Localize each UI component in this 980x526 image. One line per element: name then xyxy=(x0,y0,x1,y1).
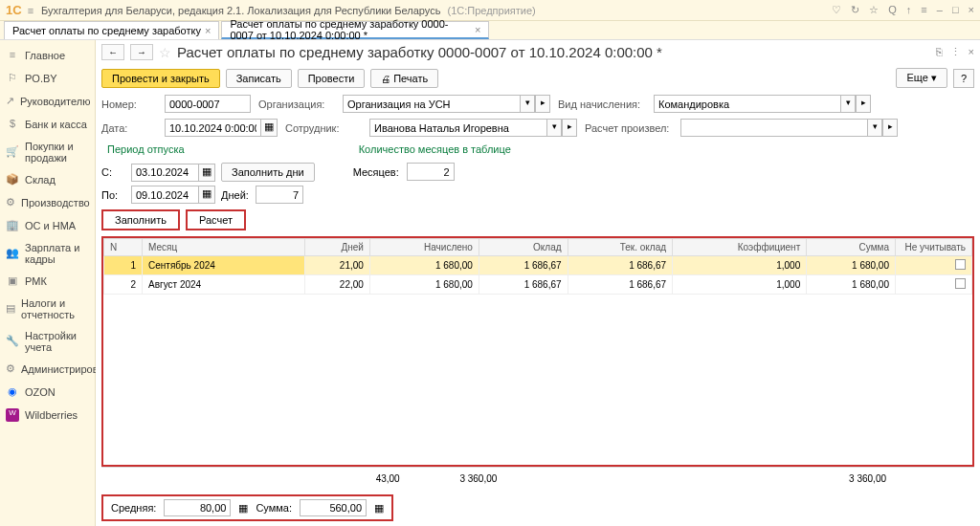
forward-button[interactable]: → xyxy=(130,44,153,60)
date-field[interactable] xyxy=(165,119,260,137)
fill-button[interactable]: Заполнить xyxy=(101,209,180,230)
col-month[interactable]: Месяц xyxy=(143,239,305,256)
sidebar-item-poby[interactable]: ⚐PO.BY xyxy=(0,67,95,90)
tab-list[interactable]: Расчет оплаты по среднему заработку× xyxy=(4,21,219,39)
bell-icon[interactable]: ♡ xyxy=(832,4,841,16)
sidebar-item-sklad[interactable]: 📦Склад xyxy=(0,168,95,191)
sotr-label: Сотрудник: xyxy=(285,122,362,134)
close-icon[interactable]: × xyxy=(205,25,211,36)
user-icon[interactable]: ↑ xyxy=(906,4,912,16)
number-field[interactable] xyxy=(165,95,251,113)
col-neuch[interactable]: Не учитывать xyxy=(896,239,972,256)
document-title: Расчет оплаты по среднему заработку 0000… xyxy=(177,44,662,60)
fill-days-button[interactable]: Заполнить дни xyxy=(221,163,315,182)
avg-value[interactable]: 80,00 xyxy=(164,499,231,516)
sidebar: ≡Главное ⚐PO.BY ↗Руководителю $Банк и ка… xyxy=(0,40,96,526)
sidebar-item-proizv[interactable]: ⚙Производство xyxy=(0,191,95,214)
close-icon[interactable]: × xyxy=(969,4,974,16)
col-koef[interactable]: Коэффициент xyxy=(673,239,807,256)
months-field[interactable] xyxy=(407,163,455,181)
close-doc-icon[interactable]: × xyxy=(969,46,974,58)
open-icon[interactable]: ▸ xyxy=(882,119,898,137)
col-n[interactable]: N xyxy=(104,239,143,256)
calendar-icon[interactable]: ▦ xyxy=(198,164,215,182)
link-icon[interactable]: ⎘ xyxy=(936,46,943,58)
menu-icon[interactable]: ≡ xyxy=(28,5,33,16)
col-sum[interactable]: Сумма xyxy=(807,239,896,256)
org-field[interactable] xyxy=(343,95,520,113)
sidebar-item-pokup[interactable]: 🛒Покупки и продажи xyxy=(0,136,95,168)
calendar-icon[interactable]: ▦ xyxy=(198,186,215,204)
money-icon: $ xyxy=(6,118,19,131)
period-title: Период отпуска xyxy=(101,140,315,159)
date-label: Дата: xyxy=(101,122,157,134)
from-field[interactable] xyxy=(131,164,198,182)
save-button[interactable]: Записать xyxy=(226,69,292,88)
col-tek[interactable]: Тек. оклад xyxy=(568,239,672,256)
calendar-icon[interactable]: ▦ xyxy=(260,119,278,137)
sidebar-item-ruk[interactable]: ↗Руководителю xyxy=(0,90,95,113)
flag-icon: ⚐ xyxy=(6,72,19,85)
vid-field[interactable] xyxy=(654,95,840,113)
close-icon[interactable]: × xyxy=(475,24,480,35)
sidebar-item-admin[interactable]: ⚙Администрирование xyxy=(0,358,95,381)
history-icon[interactable]: ↻ xyxy=(851,4,859,16)
sidebar-item-os[interactable]: 🏢ОС и НМА xyxy=(0,214,95,237)
tab-document[interactable]: Расчет оплаты по среднему заработку 0000… xyxy=(221,21,489,39)
post-button[interactable]: Провести xyxy=(298,69,366,88)
settings-icon[interactable]: ≡ xyxy=(921,4,926,16)
minimize-icon[interactable]: – xyxy=(937,4,943,16)
months-label: Месяцев: xyxy=(353,166,401,178)
calc-table: N Месяц Дней Начислено Оклад Тек. оклад … xyxy=(101,236,974,467)
checkbox[interactable] xyxy=(955,278,966,289)
open-icon[interactable]: ▸ xyxy=(856,95,871,113)
col-days[interactable]: Дней xyxy=(305,239,370,256)
performer-field[interactable] xyxy=(680,119,867,137)
to-field[interactable] xyxy=(131,186,198,204)
employee-field[interactable] xyxy=(369,119,546,137)
app-title: Бухгалтерия для Беларуси, редакция 2.1. … xyxy=(41,5,832,16)
more-button[interactable]: Еще ▾ xyxy=(896,68,947,88)
calc-icon[interactable]: ▦ xyxy=(238,502,248,515)
col-nach[interactable]: Начислено xyxy=(369,239,479,256)
dropdown-icon[interactable]: ▾ xyxy=(520,95,535,113)
wb-icon: W xyxy=(6,408,19,422)
sidebar-item-main[interactable]: ≡Главное xyxy=(0,44,95,67)
sidebar-item-nastr[interactable]: 🔧Настройки учета xyxy=(0,325,95,358)
days-field[interactable] xyxy=(256,186,303,204)
gear-icon: ⚙ xyxy=(6,196,15,209)
to-label: По: xyxy=(101,189,125,201)
sidebar-item-bank[interactable]: $Банк и касса xyxy=(0,113,95,136)
open-icon[interactable]: ▸ xyxy=(535,95,550,113)
checkbox[interactable] xyxy=(955,259,966,270)
dropdown-icon[interactable]: ▾ xyxy=(546,119,562,137)
back-button[interactable]: ← xyxy=(101,44,124,60)
sidebar-item-wb[interactable]: WWildberries xyxy=(0,404,95,427)
favorite-icon[interactable]: ☆ xyxy=(159,45,171,60)
open-icon[interactable]: ▸ xyxy=(562,119,577,137)
sidebar-item-rmk[interactable]: ▣РМК xyxy=(0,270,95,293)
cart-icon: 🛒 xyxy=(6,145,19,159)
months-title: Количество месяцев в таблице xyxy=(353,140,517,159)
sidebar-item-zarplata[interactable]: 👥Зарплата и кадры xyxy=(0,237,95,270)
rasch-label: Расчет произвел: xyxy=(585,122,673,134)
help-button[interactable]: ? xyxy=(953,69,974,88)
maximize-icon[interactable]: □ xyxy=(952,4,959,16)
calc-button[interactable]: Расчет xyxy=(186,209,246,230)
calc-icon[interactable]: ▦ xyxy=(374,502,384,515)
table-row[interactable]: 2 Август 2024 22,00 1 680,00 1 686,67 1 … xyxy=(104,275,972,295)
dropdown-icon[interactable]: ▾ xyxy=(867,119,882,137)
titlebar-icons: ♡ ↻ ☆ Q ↑ ≡ – □ × xyxy=(832,4,974,16)
dropdown-icon[interactable]: ▾ xyxy=(840,95,856,113)
more-icon[interactable]: ⋮ xyxy=(950,46,961,58)
post-and-close-button[interactable]: Провести и закрыть xyxy=(101,69,220,88)
table-row[interactable]: 1 Сентябрь 2024 21,00 1 680,00 1 686,67 … xyxy=(104,256,972,275)
col-oklad[interactable]: Оклад xyxy=(479,239,568,256)
content: ← → ☆ Расчет оплаты по среднему заработк… xyxy=(96,40,980,526)
sidebar-item-ozon[interactable]: ◉OZON xyxy=(0,381,95,404)
print-button[interactable]: Печать xyxy=(370,69,438,88)
sum-value[interactable]: 560,00 xyxy=(300,499,367,516)
sidebar-item-nalogi[interactable]: ▤Налоги и отчетность xyxy=(0,293,95,325)
search-icon[interactable]: Q xyxy=(888,4,897,16)
star-icon[interactable]: ☆ xyxy=(869,4,879,16)
